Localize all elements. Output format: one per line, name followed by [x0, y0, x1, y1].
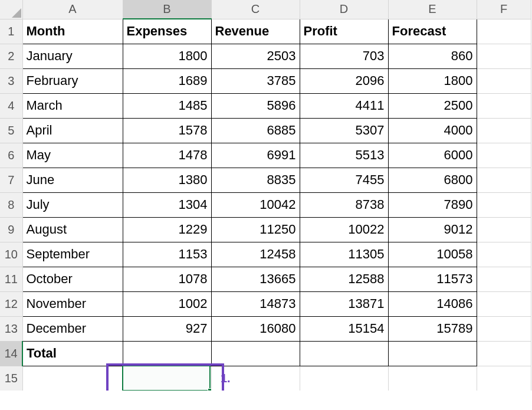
- cell-C12[interactable]: 14873: [211, 291, 300, 316]
- col-header-C[interactable]: C: [211, 0, 300, 19]
- cell-B8[interactable]: 1304: [123, 192, 211, 217]
- cell-F8[interactable]: [477, 192, 531, 217]
- row-header-10[interactable]: 10: [0, 242, 22, 267]
- cell-F12[interactable]: [477, 291, 531, 316]
- cell-A4[interactable]: March: [22, 93, 123, 118]
- cell-F5[interactable]: [477, 118, 531, 143]
- cell-C8[interactable]: 10042: [211, 192, 300, 217]
- cell-D9[interactable]: 10022: [300, 217, 388, 242]
- cell-A13[interactable]: December: [22, 316, 123, 341]
- select-all-corner[interactable]: [0, 0, 22, 19]
- row-header-15[interactable]: 15: [0, 366, 22, 391]
- cell-D15[interactable]: [300, 366, 388, 391]
- cell-A8[interactable]: July: [22, 192, 123, 217]
- cell-F2[interactable]: [477, 44, 531, 68]
- cell-F3[interactable]: [477, 68, 531, 93]
- cell-D14[interactable]: [300, 341, 388, 366]
- cell-D6[interactable]: 5513: [300, 143, 388, 168]
- cell-C6[interactable]: 6991: [211, 143, 300, 168]
- cell-C2[interactable]: 2503: [211, 44, 300, 68]
- row-header-6[interactable]: 6: [0, 143, 22, 168]
- cell-A12[interactable]: November: [22, 291, 123, 316]
- cell-F4[interactable]: [477, 93, 531, 118]
- cell-E2[interactable]: 860: [388, 44, 477, 68]
- cell-B5[interactable]: 1578: [123, 118, 211, 143]
- cell-A6[interactable]: May: [22, 143, 123, 168]
- row-header-14[interactable]: 14: [0, 341, 22, 366]
- cell-B11[interactable]: 1078: [123, 267, 211, 291]
- cell-E11[interactable]: 11573: [388, 267, 477, 291]
- row-header-9[interactable]: 9: [0, 217, 22, 242]
- cell-E13[interactable]: 15789: [388, 316, 477, 341]
- cell-B4[interactable]: 1485: [123, 93, 211, 118]
- cell-B10[interactable]: 1153: [123, 242, 211, 267]
- cell-A14[interactable]: Total: [22, 341, 123, 366]
- cell-A10[interactable]: September: [22, 242, 123, 267]
- cell-F11[interactable]: [477, 267, 531, 291]
- cell-F10[interactable]: [477, 242, 531, 267]
- cell-B2[interactable]: 1800: [123, 44, 211, 68]
- cell-A1[interactable]: Month: [22, 19, 123, 44]
- cell-D1[interactable]: Profit: [300, 19, 388, 44]
- cell-C15[interactable]: [211, 366, 300, 391]
- cell-C5[interactable]: 6885: [211, 118, 300, 143]
- cell-B7[interactable]: 1380: [123, 168, 211, 192]
- col-header-B[interactable]: B: [123, 0, 211, 19]
- col-header-D[interactable]: D: [300, 0, 388, 19]
- cell-C1[interactable]: Revenue: [211, 19, 300, 44]
- cell-E7[interactable]: 6800: [388, 168, 477, 192]
- row-header-2[interactable]: 2: [0, 44, 22, 68]
- cell-B1[interactable]: Expenses: [123, 19, 211, 44]
- col-header-F[interactable]: F: [477, 0, 531, 19]
- col-header-A[interactable]: A: [22, 0, 123, 19]
- cell-A7[interactable]: June: [22, 168, 123, 192]
- cell-D5[interactable]: 5307: [300, 118, 388, 143]
- cell-A2[interactable]: January: [22, 44, 123, 68]
- row-header-8[interactable]: 8: [0, 192, 22, 217]
- cell-A5[interactable]: April: [22, 118, 123, 143]
- cell-C11[interactable]: 13665: [211, 267, 300, 291]
- row-header-13[interactable]: 13: [0, 316, 22, 341]
- cell-E4[interactable]: 2500: [388, 93, 477, 118]
- row-header-5[interactable]: 5: [0, 118, 22, 143]
- cell-A9[interactable]: August: [22, 217, 123, 242]
- cell-E5[interactable]: 4000: [388, 118, 477, 143]
- cell-A15[interactable]: [22, 366, 123, 391]
- cell-B6[interactable]: 1478: [123, 143, 211, 168]
- cell-F14[interactable]: [477, 341, 531, 366]
- cell-F1[interactable]: [477, 19, 531, 44]
- cell-C10[interactable]: 12458: [211, 242, 300, 267]
- row-header-12[interactable]: 12: [0, 291, 22, 316]
- col-header-E[interactable]: E: [388, 0, 477, 19]
- cell-B3[interactable]: 1689: [123, 68, 211, 93]
- cell-D7[interactable]: 7455: [300, 168, 388, 192]
- cell-C4[interactable]: 5896: [211, 93, 300, 118]
- row-header-7[interactable]: 7: [0, 168, 22, 192]
- cell-B9[interactable]: 1229: [123, 217, 211, 242]
- cell-C7[interactable]: 8835: [211, 168, 300, 192]
- cell-E15[interactable]: [388, 366, 477, 391]
- cell-C14[interactable]: [211, 341, 300, 366]
- cell-B15[interactable]: [123, 366, 211, 391]
- row-header-3[interactable]: 3: [0, 68, 22, 93]
- cell-D11[interactable]: 12588: [300, 267, 388, 291]
- cell-F6[interactable]: [477, 143, 531, 168]
- cell-A3[interactable]: February: [22, 68, 123, 93]
- cell-C3[interactable]: 3785: [211, 68, 300, 93]
- cell-B13[interactable]: 927: [123, 316, 211, 341]
- cell-E10[interactable]: 10058: [388, 242, 477, 267]
- cell-D10[interactable]: 11305: [300, 242, 388, 267]
- cell-C13[interactable]: 16080: [211, 316, 300, 341]
- cell-F13[interactable]: [477, 316, 531, 341]
- cell-C9[interactable]: 11250: [211, 217, 300, 242]
- row-header-4[interactable]: 4: [0, 93, 22, 118]
- cell-B14[interactable]: [123, 341, 211, 366]
- cell-E1[interactable]: Forecast: [388, 19, 477, 44]
- cell-D4[interactable]: 4411: [300, 93, 388, 118]
- cell-E9[interactable]: 9012: [388, 217, 477, 242]
- cell-D12[interactable]: 13871: [300, 291, 388, 316]
- cell-E3[interactable]: 1800: [388, 68, 477, 93]
- cell-D13[interactable]: 15154: [300, 316, 388, 341]
- cell-B12[interactable]: 1002: [123, 291, 211, 316]
- row-header-1[interactable]: 1: [0, 19, 22, 44]
